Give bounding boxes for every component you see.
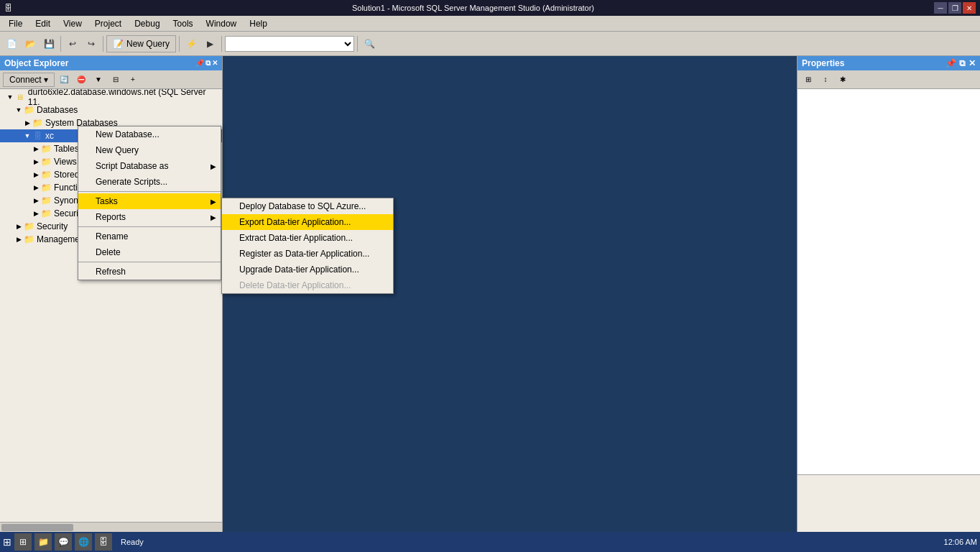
prop-btn-3[interactable]: ✱ bbox=[835, 73, 851, 87]
subitem1-expand[interactable]: ▶ bbox=[32, 144, 40, 153]
ctx-register-data-tier[interactable]: Register as Data-tier Application... bbox=[222, 246, 393, 262]
tasks-submenu[interactable]: Deploy Database to SQL Azure... Export D… bbox=[221, 198, 394, 294]
menu-view[interactable]: View bbox=[57, 16, 88, 31]
ctx-delete[interactable]: Delete bbox=[78, 244, 221, 260]
ctx-generate-scripts[interactable]: Generate Scripts... bbox=[78, 174, 221, 190]
toolbar-btn-4[interactable]: ▶ bbox=[201, 35, 218, 52]
title-bar-controls[interactable]: ─ ❐ ✕ bbox=[934, 2, 976, 14]
restore-button[interactable]: ❐ bbox=[948, 2, 961, 14]
deploy-azure-label: Deploy Database to SQL Azure... bbox=[239, 201, 366, 211]
menu-edit[interactable]: Edit bbox=[29, 16, 56, 31]
ctx-rename[interactable]: Rename bbox=[78, 229, 221, 244]
prop-btn-2[interactable]: ↕ bbox=[818, 73, 833, 87]
prop-btn-1[interactable]: ⊞ bbox=[800, 73, 816, 87]
taskbar-icon-4[interactable]: 🌐 bbox=[75, 533, 92, 551]
float-icon[interactable]: ⧉ bbox=[205, 59, 211, 68]
status-ready: Ready bbox=[121, 538, 144, 546]
context-menu[interactable]: New Database... New Query Script Databas… bbox=[78, 126, 221, 280]
close-button[interactable]: ✕ bbox=[963, 2, 976, 14]
close-panel-icon[interactable]: ✕ bbox=[212, 59, 218, 68]
prop-close-icon[interactable]: ✕ bbox=[969, 58, 976, 68]
pin-icon[interactable]: 📌 bbox=[195, 59, 204, 68]
menu-debug[interactable]: Debug bbox=[129, 16, 165, 31]
ctx-delete-data-tier[interactable]: Delete Data-tier Application... bbox=[222, 277, 393, 293]
system-db-expand-icon[interactable]: ▶ bbox=[23, 119, 32, 127]
ctx-tasks[interactable]: Tasks ▶ bbox=[78, 193, 221, 209]
panel-header-controls[interactable]: 📌 ⧉ ✕ bbox=[195, 59, 218, 68]
management-expand-icon[interactable]: ▶ bbox=[14, 235, 23, 244]
ctx-reports[interactable]: Reports ▶ bbox=[78, 209, 221, 225]
prop-float-icon[interactable]: ⧉ bbox=[959, 58, 966, 68]
selected-db-expand-icon[interactable]: ▼ bbox=[23, 132, 32, 140]
oe-btn-new[interactable]: + bbox=[125, 73, 141, 87]
ctx-deploy-azure[interactable]: Deploy Database to SQL Azure... bbox=[222, 198, 393, 214]
subitem5-expand[interactable]: ▶ bbox=[32, 196, 40, 205]
object-explorer-title: Object Explorer bbox=[4, 58, 68, 68]
title-bar-title: Solution1 - Microsoft SQL Server Managem… bbox=[12, 4, 934, 12]
save-button[interactable]: 💾 bbox=[40, 35, 57, 52]
taskbar-icon-2[interactable]: 📁 bbox=[34, 533, 52, 551]
oe-btn-collapse[interactable]: ⊟ bbox=[108, 73, 124, 87]
databases-folder-icon: 📁 bbox=[23, 105, 34, 115]
oe-horizontal-scrollbar[interactable] bbox=[0, 522, 222, 532]
oe-btn-refresh[interactable]: 🔄 bbox=[56, 73, 72, 87]
ctx-upgrade-data-tier[interactable]: Upgrade Data-tier Application... bbox=[222, 262, 393, 277]
oe-toolbar: Connect ▾ 🔄 ⛔ ▼ ⊟ + bbox=[0, 70, 222, 89]
toolbar-separator-4 bbox=[221, 36, 222, 52]
toolbar-btn-3[interactable]: ⚡ bbox=[182, 35, 200, 52]
extract-data-tier-label: Extract Data-tier Application... bbox=[239, 233, 353, 243]
subitem3-expand[interactable]: ▶ bbox=[32, 170, 40, 179]
taskbar-left[interactable]: ⊞ ⊞ 📁 💬 🌐 🗄 Ready bbox=[3, 533, 144, 551]
new-query-button[interactable]: 📝 New Query bbox=[106, 35, 176, 52]
menu-file[interactable]: File bbox=[3, 16, 28, 31]
ctx-new-database[interactable]: New Database... bbox=[78, 126, 221, 142]
toolbar-btn-1[interactable]: ↩ bbox=[64, 35, 81, 52]
subitem2-expand[interactable]: ▶ bbox=[32, 157, 40, 166]
new-query-label: New Query bbox=[126, 39, 170, 49]
connect-button[interactable]: Connect ▾ bbox=[3, 73, 55, 87]
reports-arrow-icon: ▶ bbox=[211, 213, 216, 221]
toolbar-btn-2[interactable]: ↪ bbox=[83, 35, 100, 52]
oe-btn-filter[interactable]: ▼ bbox=[91, 73, 106, 87]
start-button[interactable]: ⊞ bbox=[3, 536, 11, 548]
search-button[interactable]: 🔍 bbox=[361, 35, 378, 52]
ctx-export-data-tier[interactable]: Export Data-tier Application... bbox=[222, 214, 393, 230]
scrollbar-thumb[interactable] bbox=[1, 524, 73, 531]
properties-title: Properties bbox=[802, 58, 844, 68]
subitem6-expand[interactable]: ▶ bbox=[32, 209, 40, 218]
menu-bar: File Edit View Project Debug Tools Windo… bbox=[0, 16, 980, 32]
selected-db-label: xc bbox=[45, 131, 54, 141]
script-database-label: Script Database as bbox=[96, 161, 168, 171]
ctx-refresh[interactable]: Refresh bbox=[78, 264, 221, 280]
security-label: Security bbox=[37, 221, 68, 231]
tree-server-node[interactable]: ▼ 🖥 durto6xle2.database.windows.net (SQL… bbox=[0, 91, 222, 104]
security-icon: 📁 bbox=[23, 221, 34, 231]
menu-tools[interactable]: Tools bbox=[167, 16, 199, 31]
open-button[interactable]: 📂 bbox=[22, 35, 39, 52]
menu-help[interactable]: Help bbox=[244, 16, 273, 31]
taskbar-icon-1[interactable]: ⊞ bbox=[14, 533, 32, 551]
security-expand-icon[interactable]: ▶ bbox=[14, 222, 23, 231]
ctx-new-query[interactable]: New Query bbox=[78, 142, 221, 158]
new-database-label: New Database... bbox=[96, 129, 160, 139]
taskbar: ⊞ ⊞ 📁 💬 🌐 🗄 Ready 12:06 AM bbox=[0, 532, 980, 552]
toolbar-separator-5 bbox=[357, 36, 358, 52]
menu-project[interactable]: Project bbox=[89, 16, 127, 31]
ctx-separator-3 bbox=[78, 262, 221, 262]
menu-window[interactable]: Window bbox=[200, 16, 243, 31]
properties-controls[interactable]: 📌 ⧉ ✕ bbox=[946, 58, 976, 68]
new-file-button[interactable]: 📄 bbox=[3, 35, 20, 52]
oe-btn-stop[interactable]: ⛔ bbox=[73, 73, 89, 87]
taskbar-icon-3[interactable]: 💬 bbox=[55, 533, 72, 551]
subitem4-expand[interactable]: ▶ bbox=[32, 183, 40, 192]
prop-pin-icon[interactable]: 📌 bbox=[946, 58, 956, 68]
server-expand-icon[interactable]: ▼ bbox=[6, 93, 14, 101]
ctx-script-database[interactable]: Script Database as ▶ bbox=[78, 158, 221, 174]
reports-label: Reports bbox=[96, 212, 126, 222]
database-dropdown[interactable] bbox=[225, 36, 354, 52]
app-icon: 🗄 bbox=[4, 4, 12, 12]
ctx-extract-data-tier[interactable]: Extract Data-tier Application... bbox=[222, 230, 393, 246]
taskbar-icon-5[interactable]: 🗄 bbox=[95, 533, 112, 551]
databases-expand-icon[interactable]: ▼ bbox=[14, 106, 23, 114]
minimize-button[interactable]: ─ bbox=[934, 2, 947, 14]
